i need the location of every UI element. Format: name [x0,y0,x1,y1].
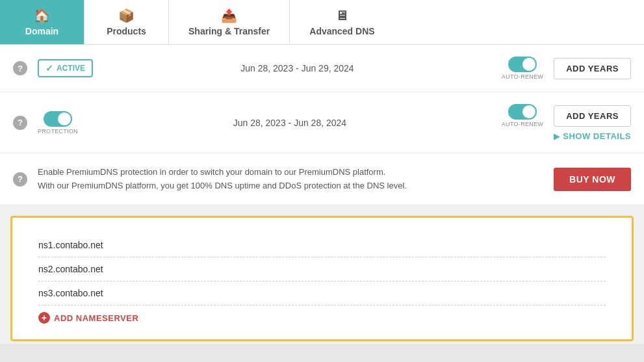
help-icon-1[interactable]: ? [13,61,27,75]
navigation-tabs: 🏠 Domain 📦 Products 📤 Sharing & Transfer… [0,0,644,45]
arrow-icon: ▶ [554,132,560,141]
tab-products[interactable]: 📦 Products [84,0,169,44]
add-nameserver-button[interactable]: + ADD NAMESERVER [38,312,606,324]
tab-domain[interactable]: 🏠 Domain [0,0,84,44]
date-range-1: Jun 28, 2023 - Jun 29, 2024 [103,63,491,73]
show-details-link[interactable]: ▶ SHOW DETAILS [554,131,631,141]
auto-renew-toggle-2[interactable]: AUTO-RENEW [502,104,543,127]
sharing-icon: 📤 [221,8,237,23]
domain-row-1: ? ✓ ACTIVE Jun 28, 2023 - Jun 29, 2024 A… [0,45,644,92]
domain-row-2: ? PROTECTION Jun 28, 2023 - Jun 28, 2024… [0,92,644,153]
date-range-2: Jun 28, 2023 - Jun 28, 2024 [88,118,491,128]
tab-domain-label: Domain [25,26,58,36]
nameserver-entry-3: ns3.contabo.net [38,281,606,305]
tab-advanced-dns[interactable]: 🖥 Advanced DNS [290,0,394,44]
nameserver-entry-1: ns1.contabo.net [38,233,606,257]
row2-actions: AUTO-RENEW ADD YEARS ▶ SHOW DETAILS [502,104,631,141]
help-icon-3[interactable]: ? [13,172,27,187]
protection-toggle[interactable]: PROTECTION [38,111,78,135]
nameserver-entry-2: ns2.contabo.net [38,257,606,281]
domain-icon: 🏠 [34,8,50,23]
nameserver-section: ns1.contabo.net ns2.contabo.net ns3.cont… [10,216,634,341]
tab-products-label: Products [107,26,146,36]
add-years-button-1[interactable]: ADD YEARS [554,58,631,79]
check-icon: ✓ [45,63,53,73]
products-icon: 📦 [118,8,135,23]
help-icon-2[interactable]: ? [13,116,27,130]
premium-dns-row: ? Enable PremiumDNS protection in order … [0,153,644,205]
premium-dns-text: Enable PremiumDNS protection in order to… [38,166,543,193]
active-badge: ✓ ACTIVE [38,59,93,77]
dns-icon: 🖥 [335,8,348,23]
tab-dns-label: Advanced DNS [309,26,374,36]
auto-renew-toggle-1[interactable]: AUTO-RENEW [502,57,543,80]
add-icon: + [38,312,50,324]
buy-now-button[interactable]: BUY NOW [554,168,631,191]
tab-sharing-transfer[interactable]: 📤 Sharing & Transfer [169,0,290,44]
tab-sharing-label: Sharing & Transfer [188,26,270,36]
main-content: ? ✓ ACTIVE Jun 28, 2023 - Jun 29, 2024 A… [0,45,644,344]
row1-actions: AUTO-RENEW ADD YEARS [502,57,631,80]
add-years-button-2[interactable]: ADD YEARS [554,105,631,127]
